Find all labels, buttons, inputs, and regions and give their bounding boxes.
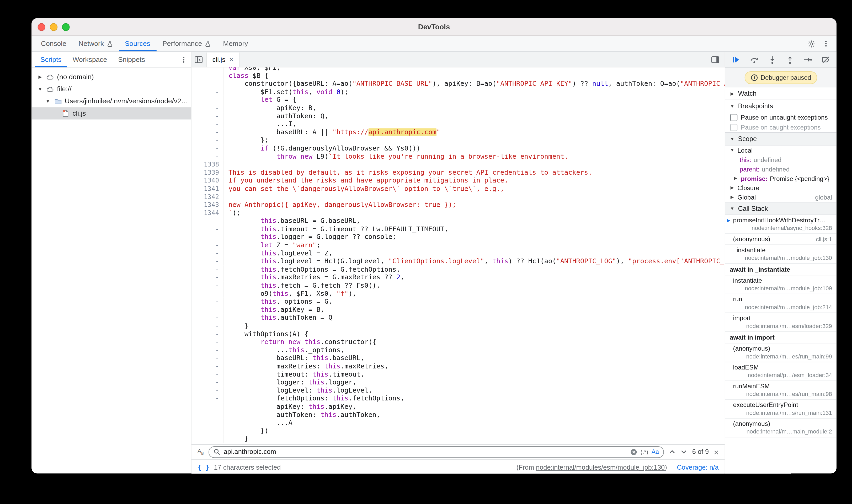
call-stack-frame[interactable]: loadESMnode:internal/p…/esm_loader:34 — [725, 362, 836, 381]
code-line[interactable]: 1340If you understand the risks and have… — [192, 177, 725, 185]
scope-property-promise[interactable]: ▶promise:Promise {<pending>} — [725, 174, 836, 183]
code-line[interactable]: 1343new Anthropic({ apiKey, dangerouslyA… — [192, 201, 725, 209]
code-line[interactable]: - this.logLevel = Z, — [192, 249, 725, 257]
clear-search-icon[interactable] — [630, 448, 637, 455]
code-line[interactable]: - this.logLevel = Hc1(G.logLevel, "Clien… — [192, 257, 725, 265]
code-line[interactable]: - this._options = G, — [192, 298, 725, 306]
navigator-tab-workspace[interactable]: Workspace — [67, 52, 113, 67]
code-line[interactable]: - constructor({baseURL: A=ao("ANTHROPIC_… — [192, 80, 725, 88]
step-over-icon[interactable] — [750, 56, 759, 64]
scope-property-parent[interactable]: parent:undefined — [725, 164, 836, 174]
chevron-right-icon[interactable]: ▶ — [729, 185, 735, 191]
code-line[interactable]: 1339This is disabled by default, as it r… — [192, 168, 725, 177]
call-stack-frame[interactable]: runnode:internal/m…module_job:214 — [725, 294, 836, 313]
close-window-button[interactable] — [37, 23, 46, 31]
search-input[interactable]: api.anthropic.com (.*) Aa — [209, 446, 664, 457]
source-mapping-link[interactable]: node:internal/modules/esm/module_job:130 — [536, 463, 665, 471]
coverage-link[interactable]: Coverage: n/a — [677, 463, 719, 471]
code-line[interactable]: - baseURL: this.baseURL, — [192, 354, 725, 362]
code-line[interactable]: - if (!G.dangerouslyAllowBrowser && Ys0(… — [192, 144, 725, 152]
code-line[interactable]: - fetchOptions: this.fetchOptions, — [192, 394, 725, 402]
section-breakpoints[interactable]: ▼Breakpoints — [725, 100, 836, 112]
code-line[interactable]: - $F1.set(this, void 0); — [192, 88, 725, 96]
code-line[interactable]: - } — [192, 322, 725, 330]
regex-toggle[interactable]: (.*) — [641, 448, 649, 455]
toolbar-tab-network[interactable]: Network — [72, 36, 119, 51]
code-line[interactable]: - apiKey: this.apiKey, — [192, 402, 725, 411]
chevron-right-icon[interactable]: ▶ — [729, 195, 735, 200]
close-find-icon[interactable]: × — [714, 448, 718, 456]
chevron-right-icon[interactable]: ▶ — [732, 176, 739, 181]
toggle-navigator-icon[interactable] — [194, 56, 203, 64]
call-stack-frame[interactable]: ▶promiseInitHookWithDestroyTr…node:inter… — [725, 215, 836, 234]
code-line[interactable]: - this.apiKey = B, — [192, 306, 725, 314]
chevron-down-icon[interactable]: ▼ — [729, 148, 735, 152]
toolbar-tab-performance[interactable]: Performance — [156, 36, 217, 51]
code-line[interactable]: - this.fetch = G.fetch ?? Fs0(), — [192, 282, 725, 290]
tree-item-users-jinhuilee-nvm-versions-node-v2-[interactable]: ▼Users/jinhuilee/.nvm/versions/node/v2… — [32, 95, 191, 107]
code-line[interactable]: -class $B { — [192, 72, 725, 80]
code-line[interactable]: - this.maxRetries = G.maxRetries ?? 2, — [192, 273, 725, 282]
code-line[interactable]: - } — [192, 435, 725, 443]
find-previous-icon[interactable] — [669, 450, 675, 454]
checkbox[interactable] — [730, 113, 738, 121]
code-line[interactable]: - logLevel: this.logLevel, — [192, 386, 725, 395]
code-line[interactable]: - ...I, — [192, 120, 725, 128]
code-line[interactable]: - timeout: this.timeout, — [192, 370, 725, 378]
code-line[interactable]: - throw new L9(`It looks like you're run… — [192, 152, 725, 161]
call-stack-frame[interactable]: (anonymous)node:internal/m…main_module:2 — [725, 419, 836, 438]
more-options-icon[interactable] — [822, 40, 830, 48]
step-icon[interactable] — [803, 56, 812, 64]
section-watch[interactable]: ▶Watch — [725, 87, 836, 100]
breakpoint-option[interactable]: Pause on uncaught exceptions — [725, 112, 836, 122]
call-stack-frame[interactable]: _instantiatenode:internal/m…module_job:1… — [725, 245, 836, 264]
call-stack-frame[interactable]: runMainESMnode:internal/m…es/run_main:98 — [725, 381, 836, 400]
title-bar[interactable]: DevTools — [32, 18, 836, 36]
section-call-stack[interactable]: ▼Call Stack — [725, 202, 836, 215]
code-line[interactable]: - o9(this, $F1, Xs0, "f"), — [192, 289, 725, 298]
scope-group-local[interactable]: ▼Local — [725, 146, 836, 155]
scope-group-closure[interactable]: ▶Closure — [725, 183, 836, 193]
toggle-debugger-sidebar-icon[interactable] — [711, 56, 725, 64]
call-stack-frame[interactable]: instantiatenode:internal/m…module_job:10… — [725, 275, 836, 294]
call-stack-frame[interactable]: importnode:internal/m…esm/loader:329 — [725, 313, 836, 332]
code-line[interactable]: - this.fetchOptions = G.fetchOptions, — [192, 265, 725, 273]
breakpoint-option[interactable]: Pause on caught exceptions — [725, 122, 836, 132]
code-line[interactable]: - maxRetries: this.maxRetries, — [192, 362, 725, 370]
code-line[interactable]: - apiKey: B, — [192, 104, 725, 112]
toolbar-tab-memory[interactable]: Memory — [217, 36, 254, 51]
call-stack-frame[interactable]: executeUserEntryPointnode:internal/m…s/r… — [725, 400, 836, 419]
code-editor[interactable]: -var Xs0, $F1;-class $B {- constructor({… — [192, 67, 725, 444]
code-line[interactable]: - let G = { — [192, 96, 725, 104]
find-ab-icon[interactable]: AB — [197, 448, 204, 455]
resume-icon[interactable] — [731, 55, 740, 64]
code-line[interactable]: 1344`); — [192, 209, 725, 217]
code-line[interactable]: - return new this.constructor({ — [192, 338, 725, 346]
navigator-tab-scripts[interactable]: Scripts — [35, 52, 67, 67]
code-line[interactable]: - }; — [192, 136, 725, 144]
code-line[interactable]: - this.logger = G.logger ?? console; — [192, 233, 725, 241]
call-stack-frame[interactable]: (anonymous)node:internal/m…es/run_main:9… — [725, 343, 836, 362]
chevron-down-icon[interactable]: ▼ — [45, 98, 51, 104]
code-line[interactable]: 1342 — [192, 193, 725, 201]
match-case-toggle[interactable]: Aa — [652, 448, 659, 455]
code-line[interactable]: - this.baseURL = G.baseURL, — [192, 217, 725, 225]
tree-item--no-domain-[interactable]: ▶(no domain) — [32, 71, 191, 83]
code-line[interactable]: - authToken: this.authToken, — [192, 411, 725, 419]
code-line[interactable]: - let Z = "warn"; — [192, 241, 725, 249]
settings-gear-icon[interactable] — [807, 40, 816, 48]
scope-group-global[interactable]: ▶Globalglobal — [725, 193, 836, 202]
navigator-more-icon[interactable] — [180, 52, 188, 67]
code-line[interactable]: 1338 — [192, 161, 725, 168]
zoom-window-button[interactable] — [62, 23, 70, 31]
code-line[interactable]: - withOptions(A) { — [192, 330, 725, 338]
code-line[interactable]: 1341you can set the \`dangerouslyAllowBr… — [192, 185, 725, 193]
close-tab-icon[interactable]: × — [229, 56, 233, 63]
toolbar-tab-console[interactable]: Console — [35, 36, 72, 51]
step-out-icon[interactable] — [786, 56, 794, 64]
code-line[interactable]: - this.authToken = Q — [192, 314, 725, 322]
code-line[interactable]: - ...this._options, — [192, 346, 725, 354]
code-line[interactable]: - ...A — [192, 419, 725, 427]
toolbar-tab-sources[interactable]: Sources — [119, 36, 156, 51]
code-line[interactable]: -var Xs0, $F1; — [192, 67, 725, 72]
